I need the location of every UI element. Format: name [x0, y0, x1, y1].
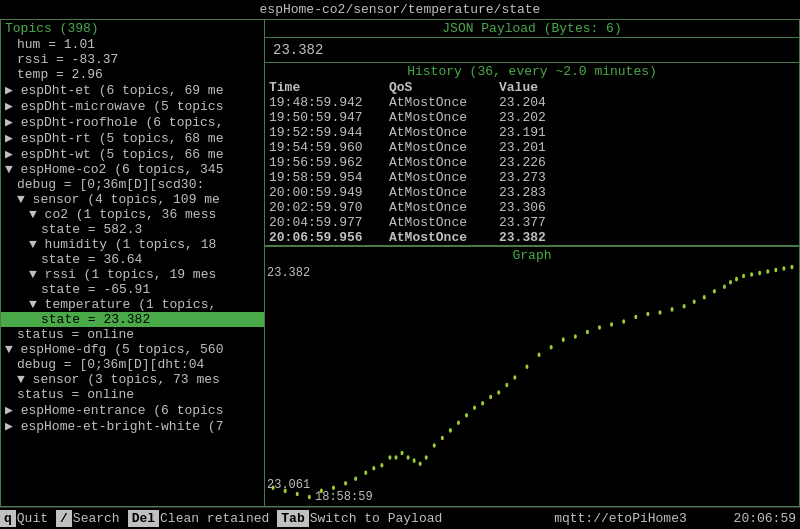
- history-value-3: 23.201: [499, 140, 795, 155]
- svg-point-15: [413, 458, 416, 463]
- left-panel[interactable]: Topics (398) hum = 1.01rssi = -83.37temp…: [0, 19, 265, 507]
- quit-key[interactable]: q: [0, 510, 16, 527]
- history-header-text: History (36, every ~2.0 minutes): [407, 64, 657, 79]
- history-value-7: 23.306: [499, 200, 795, 215]
- topic-item-espDht-wt[interactable]: ▶ espDht-wt (5 topics, 66 me: [1, 146, 264, 162]
- history-row-9: 20:06:59.956AtMostOnce23.382: [265, 230, 799, 245]
- history-qos-0: AtMostOnce: [389, 95, 499, 110]
- svg-point-11: [388, 455, 391, 460]
- topic-item-temp[interactable]: temp = 2.96: [1, 67, 264, 82]
- history-value-6: 23.283: [499, 185, 795, 200]
- history-time-2: 19:52:59.944: [269, 125, 389, 140]
- history-qos-5: AtMostOnce: [389, 170, 499, 185]
- topic-item-sensor[interactable]: ▼ sensor (4 topics, 109 me: [1, 192, 264, 207]
- graph-header: Graph: [265, 246, 799, 264]
- svg-point-21: [457, 421, 460, 426]
- svg-point-14: [407, 455, 410, 460]
- svg-point-33: [574, 334, 577, 339]
- svg-point-16: [419, 461, 422, 466]
- history-qos-7: AtMostOnce: [389, 200, 499, 215]
- topic-item-espDht-et[interactable]: ▶ espDht-et (6 topics, 69 me: [1, 82, 264, 98]
- svg-point-28: [513, 375, 516, 380]
- right-info-text: mqtt://etoPiHome3: [554, 511, 687, 526]
- del-key[interactable]: Del: [128, 510, 159, 527]
- history-value-1: 23.202: [499, 110, 795, 125]
- topic-item-state-temp[interactable]: state = 23.382: [1, 312, 264, 327]
- history-qos-4: AtMostOnce: [389, 155, 499, 170]
- svg-point-53: [774, 268, 777, 273]
- svg-point-7: [354, 477, 357, 482]
- svg-point-54: [782, 266, 785, 271]
- svg-point-35: [598, 325, 601, 330]
- history-row-3: 19:54:59.960AtMostOnce23.201: [265, 140, 799, 155]
- svg-point-50: [750, 272, 753, 277]
- topic-item-humidity[interactable]: ▼ humidity (1 topics, 18: [1, 237, 264, 252]
- topic-item-state-humidity[interactable]: state = 36.64: [1, 252, 264, 267]
- history-time-6: 20:00:59.949: [269, 185, 389, 200]
- search-key[interactable]: /: [56, 510, 72, 527]
- history-time-1: 19:50:59.947: [269, 110, 389, 125]
- history-row-8: 20:04:59.977AtMostOnce23.377: [265, 215, 799, 230]
- svg-point-22: [465, 413, 468, 418]
- history-table: Time QoS Value 19:48:59.942AtMostOnce23.…: [265, 80, 799, 245]
- topic-item-espDht-rt[interactable]: ▶ espDht-rt (5 topics, 68 me: [1, 130, 264, 146]
- quit-label: Quit: [17, 511, 48, 526]
- svg-point-48: [735, 277, 738, 282]
- svg-point-34: [586, 330, 589, 335]
- svg-point-17: [425, 455, 428, 460]
- svg-point-8: [364, 470, 367, 475]
- svg-point-38: [634, 315, 637, 320]
- topic-item-espHome-entrance[interactable]: ▶ espHome-entrance (6 topics: [1, 402, 264, 418]
- history-time-3: 19:54:59.960: [269, 140, 389, 155]
- graph-container: 23.382: [265, 264, 799, 506]
- topic-item-state-co2[interactable]: state = 582.3: [1, 222, 264, 237]
- tab-label: Switch to Payload: [310, 511, 443, 526]
- history-qos-2: AtMostOnce: [389, 125, 499, 140]
- topic-item-espHome-dfg[interactable]: ▼ espHome-dfg (5 topics, 560: [1, 342, 264, 357]
- json-section: JSON Payload (Bytes: 6) 23.382: [265, 20, 799, 63]
- search-label: Search: [73, 511, 120, 526]
- graph-svg: [265, 264, 799, 506]
- topic-item-hum[interactable]: hum = 1.01: [1, 37, 264, 52]
- topic-item-status[interactable]: status = online: [1, 327, 264, 342]
- topic-item-sensor-dfg[interactable]: ▼ sensor (3 topics, 73 mes: [1, 372, 264, 387]
- topic-item-debug-dfg[interactable]: debug = [0;36m[D][dht:04: [1, 357, 264, 372]
- topic-item-espHome-co2[interactable]: ▼ espHome-co2 (6 topics, 345: [1, 162, 264, 177]
- svg-point-27: [505, 383, 508, 388]
- svg-point-9: [372, 466, 375, 471]
- title-text: espHome-co2/sensor/temperature/state: [260, 2, 541, 17]
- y-label-top: 23.382: [267, 266, 310, 280]
- svg-point-52: [766, 269, 769, 274]
- history-row-4: 19:56:59.962AtMostOnce23.226: [265, 155, 799, 170]
- history-row-0: 19:48:59.942AtMostOnce23.204: [265, 95, 799, 110]
- topic-item-status-dfg[interactable]: status = online: [1, 387, 264, 402]
- svg-point-25: [489, 395, 492, 400]
- tab-key[interactable]: Tab: [277, 510, 308, 527]
- topic-item-state-rssi[interactable]: state = -65.91: [1, 282, 264, 297]
- topic-item-temperature[interactable]: ▼ temperature (1 topics,: [1, 297, 264, 312]
- history-time-9: 20:06:59.956: [269, 230, 389, 245]
- json-value: 23.382: [265, 38, 799, 62]
- history-row-1: 19:50:59.947AtMostOnce23.202: [265, 110, 799, 125]
- history-value-8: 23.377: [499, 215, 795, 230]
- topic-item-espDht-roofhole[interactable]: ▶ espDht-roofhole (6 topics,: [1, 114, 264, 130]
- topic-item-espDht-microwave[interactable]: ▶ espDht-microwave (5 topics: [1, 98, 264, 114]
- topic-item-debug[interactable]: debug = [0;36m[D][scd30:: [1, 177, 264, 192]
- history-row-7: 20:02:59.970AtMostOnce23.306: [265, 200, 799, 215]
- history-time-0: 19:48:59.942: [269, 95, 389, 110]
- topics-header-text: Topics (398): [5, 21, 99, 36]
- svg-point-19: [441, 436, 444, 441]
- history-value-5: 23.273: [499, 170, 795, 185]
- topic-item-rssi[interactable]: rssi = -83.37: [1, 52, 264, 67]
- svg-point-43: [693, 300, 696, 305]
- svg-point-10: [380, 463, 383, 468]
- svg-point-45: [713, 289, 716, 294]
- svg-point-6: [344, 481, 347, 486]
- history-time-4: 19:56:59.962: [269, 155, 389, 170]
- history-qos-9: AtMostOnce: [389, 230, 499, 245]
- topic-item-co2[interactable]: ▼ co2 (1 topics, 36 mess: [1, 207, 264, 222]
- svg-point-47: [729, 280, 732, 285]
- history-qos-8: AtMostOnce: [389, 215, 499, 230]
- topic-item-espHome-bright[interactable]: ▶ espHome-et-bright-white (7: [1, 418, 264, 434]
- topic-item-rssi2[interactable]: ▼ rssi (1 topics, 19 mes: [1, 267, 264, 282]
